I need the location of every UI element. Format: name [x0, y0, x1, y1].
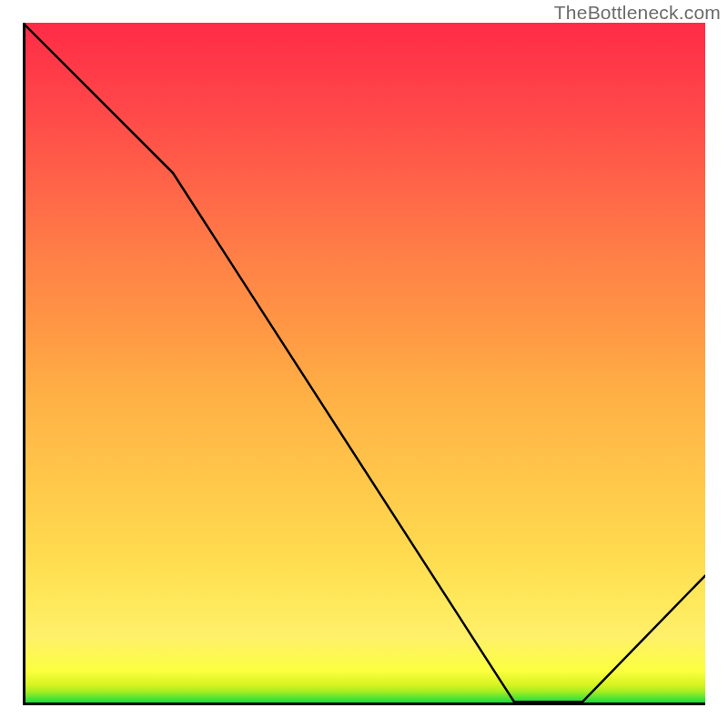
plot-background-gradient: [23, 23, 705, 705]
chart-container: TheBottleneck.com: [0, 0, 728, 728]
attribution-text: TheBottleneck.com: [554, 2, 721, 24]
